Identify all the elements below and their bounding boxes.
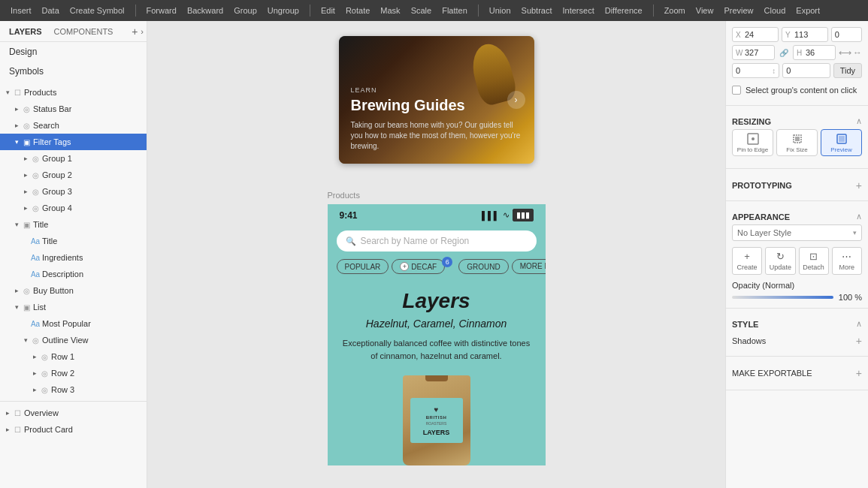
create-action-btn[interactable]: + Create	[732, 247, 762, 275]
resize-icon-2[interactable]: ↔	[853, 47, 862, 58]
layer-item-row1[interactable]: ▸ ◎ Row 1	[0, 348, 147, 365]
filter-tag-ground[interactable]: GROUND	[458, 259, 508, 274]
layer-name-status-bar: Status Bar	[33, 104, 71, 113]
create-action-label: Create	[737, 264, 758, 271]
subtract-button[interactable]: Subtract	[517, 5, 557, 17]
insert-button[interactable]: Insert	[6, 5, 36, 17]
tidy-button[interactable]: Tidy	[833, 63, 862, 78]
toolbar-boolean-group: Union Subtract Intersect Difference	[485, 5, 647, 17]
difference-button[interactable]: Difference	[600, 5, 647, 17]
lock-icon[interactable]: 🔗	[778, 49, 790, 57]
layer-item-group3[interactable]: ▸ ◎ Group 3	[0, 183, 147, 200]
layer-item-row3[interactable]: ▸ ◎ Row 3	[0, 381, 147, 398]
detach-action-btn[interactable]: ⊡ Detach	[799, 247, 829, 275]
view-button[interactable]: View	[691, 5, 718, 17]
layer-item-search[interactable]: ▸ ◎ Search	[0, 117, 147, 134]
style-toggle-icon[interactable]: ∧	[856, 319, 862, 329]
layer-item-product-card[interactable]: ▸ ☐ Product Card	[0, 421, 147, 438]
resize-fix-size[interactable]: Fix Size	[776, 129, 818, 156]
rotate-button[interactable]: Rotate	[341, 5, 374, 17]
backward-button[interactable]: Backward	[183, 5, 228, 17]
data-button[interactable]: Data	[38, 5, 64, 17]
design-item[interactable]: Design	[0, 42, 147, 62]
prototyping-add-icon[interactable]: +	[856, 179, 862, 191]
shadows-add-icon[interactable]: +	[856, 335, 862, 347]
style-title: STYLE	[732, 320, 758, 329]
lock-icon-wrapper: 🔗	[778, 49, 790, 57]
layer-item-most-popular[interactable]: ▸ Aa Most Popular	[0, 315, 147, 332]
extra-field-2[interactable]: 0	[782, 63, 830, 78]
coord-y-field[interactable]: Y 113	[782, 27, 828, 42]
coord-w-field[interactable]: W 327	[732, 45, 775, 60]
forward-button[interactable]: Forward	[142, 5, 181, 17]
preview-button[interactable]: Preview	[719, 5, 758, 17]
layer-item-buy-button[interactable]: ▸ ◎ Buy Button	[0, 282, 147, 299]
layer-item-group2[interactable]: ▸ ◎ Group 2	[0, 167, 147, 183]
sidebar-expand-icon[interactable]: ›	[141, 27, 144, 36]
layer-style-select[interactable]: No Layer Style ▾	[732, 224, 862, 241]
resizing-toggle-icon[interactable]: ∧	[856, 116, 862, 126]
resize-icon-1[interactable]: ⟷	[839, 47, 851, 58]
export-button[interactable]: Export	[791, 5, 824, 17]
left-sidebar: LAYERS COMPONENTS + › Design Symbols ▾ ☐…	[0, 21, 147, 488]
w-label: W	[736, 49, 743, 57]
extra-field-1[interactable]: 0 ↕	[732, 63, 779, 78]
coord-rotation-field[interactable]: 0	[831, 27, 862, 42]
product-desc: Exceptionally balanced coffee with disti…	[343, 337, 531, 362]
resize-preview[interactable]: Preview	[821, 129, 862, 156]
scale-button[interactable]: Scale	[407, 5, 437, 17]
layer-name-title-group: Title	[33, 220, 48, 229]
group-button[interactable]: Group	[229, 5, 262, 17]
filter-tags-row: POPULAR + DECAF 6 GROUND MORE FIL	[328, 256, 546, 277]
detach-action-icon: ⊡	[809, 251, 818, 262]
symbols-item[interactable]: Symbols	[0, 62, 147, 81]
filter-tag-decaf[interactable]: + DECAF	[392, 259, 445, 274]
opacity-slider[interactable]	[732, 296, 833, 299]
bag-roasters-text: ROASTERS	[426, 421, 447, 426]
rotation-value: 0	[835, 30, 858, 39]
ungroup-button[interactable]: Ungroup	[263, 5, 304, 17]
layer-item-group1[interactable]: ▸ ◎ Group 1	[0, 150, 147, 167]
layer-item-title-text[interactable]: ▸ Aa Title	[0, 233, 147, 249]
layer-item-outline-view[interactable]: ▾ ◎ Outline View	[0, 332, 147, 348]
layer-item-row2[interactable]: ▸ ◎ Row 2	[0, 365, 147, 381]
layer-item-overview[interactable]: ▸ ☐ Overview	[0, 405, 147, 421]
cloud-button[interactable]: Cloud	[760, 5, 791, 17]
resize-pin-to-edge[interactable]: Pin to Edge	[732, 129, 773, 156]
layer-item-list-group[interactable]: ▾ ▣ List	[0, 299, 147, 315]
layer-item-group4[interactable]: ▸ ◎ Group 4	[0, 200, 147, 216]
layer-arrow-row2: ▸	[30, 369, 39, 377]
exportable-add-icon[interactable]: +	[856, 367, 862, 379]
search-bar[interactable]: 🔍 Search by Name or Region	[337, 230, 537, 252]
zoom-button[interactable]: Zoom	[660, 5, 690, 17]
layer-name-filter-tags: Filter Tags	[33, 137, 71, 146]
update-action-btn[interactable]: ↻ Update	[765, 247, 795, 275]
union-button[interactable]: Union	[485, 5, 516, 17]
canvas-area[interactable]: LEARN Brewing Guides Taking our beans ho…	[147, 21, 725, 488]
coord-x-field[interactable]: X 24	[732, 27, 779, 42]
layers-tab[interactable]: LAYERS	[3, 24, 48, 39]
layer-item-filter-tags[interactable]: ▾ ▣ Filter Tags	[0, 134, 147, 150]
filter-tag-popular[interactable]: POPULAR	[337, 259, 389, 274]
layer-item-description[interactable]: ▸ Aa Description	[0, 266, 147, 282]
layer-item-title-group[interactable]: ▾ ▣ Title	[0, 216, 147, 233]
checkbox-group-content[interactable]	[732, 86, 741, 95]
edit-button[interactable]: Edit	[316, 5, 340, 17]
more-action-btn[interactable]: ⋯ More	[832, 247, 862, 275]
coord-h-field[interactable]: H 36	[793, 45, 836, 60]
layer-item-products[interactable]: ▾ ☐ Products	[0, 84, 147, 101]
components-tab[interactable]: COMPONENTS	[48, 24, 119, 39]
flatten-button[interactable]: Flatten	[437, 5, 472, 17]
filter-more-button[interactable]: MORE FILTERS	[512, 259, 546, 274]
toolbar: Insert Data Create Symbol Forward Backwa…	[0, 0, 868, 21]
bag-label: ♥ BRITISH ROASTERS LAYERS	[410, 398, 463, 443]
opacity-label: Opacity (Normal)	[732, 281, 862, 290]
layer-item-status-bar[interactable]: ▸ ◎ Status Bar	[0, 101, 147, 117]
mask-button[interactable]: Mask	[376, 5, 404, 17]
resizing-title: RESIZING	[732, 117, 771, 126]
create-symbol-button[interactable]: Create Symbol	[65, 5, 129, 17]
sidebar-add-icon[interactable]: +	[129, 26, 141, 38]
intersect-button[interactable]: Intersect	[558, 5, 599, 17]
layer-item-ingredients[interactable]: ▸ Aa Ingredients	[0, 249, 147, 266]
appearance-toggle-icon[interactable]: ∧	[856, 212, 862, 221]
